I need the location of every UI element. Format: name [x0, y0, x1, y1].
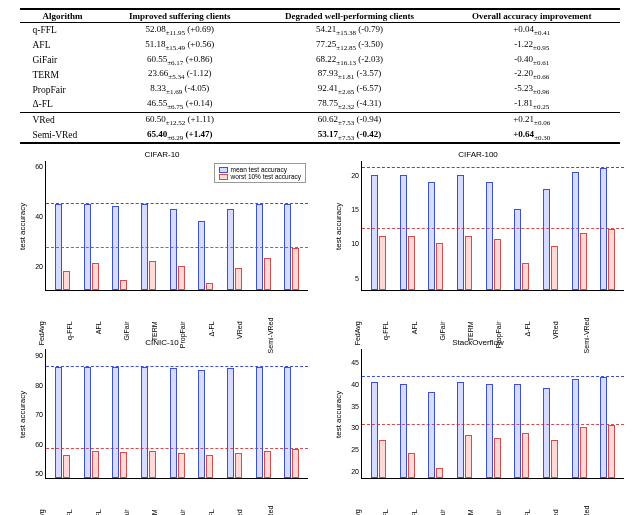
legend-label-worst: worst 10% test accuracy	[231, 173, 301, 180]
chart-title: CIFAR-100	[332, 150, 624, 159]
chart-cifar-10: CIFAR-10 test accuracy 204060 mean test …	[16, 150, 308, 336]
table-cell: 23.66±5.34 (-1.12)	[104, 67, 255, 82]
bar-group	[536, 161, 565, 290]
bar-group	[249, 349, 278, 478]
bar-group	[105, 349, 134, 478]
bar-group	[220, 349, 249, 478]
ytick-label: 5	[355, 275, 359, 282]
legend-swatch-mean	[219, 167, 228, 173]
bar-worst	[206, 455, 213, 478]
bar-worst	[522, 433, 529, 478]
bar-worst	[551, 440, 558, 479]
bar-mean	[84, 367, 91, 478]
ylabel: test accuracy	[332, 349, 343, 479]
table-cell: 51.18±15.49 (+0.56)	[104, 38, 255, 53]
table-cell: 8.33±1.69 (-4.05)	[104, 82, 255, 97]
bar-worst	[235, 268, 242, 290]
bar-worst	[379, 236, 386, 290]
bar-group	[593, 349, 622, 478]
bar-mean	[428, 392, 435, 478]
bar-group	[48, 161, 77, 290]
bar-worst	[436, 243, 443, 291]
ytick-label: 20	[35, 263, 43, 270]
col-overall: Overall accuracy improvement	[444, 9, 620, 23]
ylabel: test accuracy	[332, 161, 343, 291]
bar-group	[277, 349, 306, 478]
ytick-label: 20	[351, 468, 359, 475]
bar-mean	[198, 370, 205, 478]
xtick-label: Semi-VRed	[584, 506, 629, 515]
bar-worst	[465, 236, 472, 290]
bar-group	[536, 349, 565, 478]
table-cell: +0.64±0.30	[444, 128, 620, 144]
bar-mean	[400, 384, 407, 479]
plot-area	[361, 349, 624, 479]
bar-mean	[256, 367, 263, 478]
table-row: Δ-FL46.55±6.75 (+0.14)78.75±2.32 (-4.31)…	[20, 97, 619, 112]
bar-worst	[149, 451, 156, 479]
bar-worst	[120, 280, 127, 290]
chart-title: StackOverflow	[332, 338, 624, 347]
bar-group	[421, 161, 450, 290]
ytick-label: 90	[35, 352, 43, 359]
table-cell: 52.08±11.95 (+0.69)	[104, 23, 255, 38]
ytick-label: 40	[351, 381, 359, 388]
bar-group	[134, 161, 163, 290]
bar-worst	[551, 246, 558, 290]
bar-group	[450, 349, 479, 478]
bar-worst	[608, 229, 615, 290]
bar-mean	[543, 388, 550, 478]
bar-worst	[522, 263, 529, 290]
bar-mean	[600, 168, 607, 290]
bar-mean	[284, 367, 291, 478]
bar-group	[77, 349, 106, 478]
bar-group	[479, 349, 508, 478]
bar-mean	[170, 368, 177, 478]
results-table: Algorithm Improved suffering clients Deg…	[20, 8, 619, 144]
bar-mean	[84, 204, 91, 291]
bar-mean	[371, 175, 378, 290]
table-cell: +0.04±0.41	[444, 23, 620, 38]
alg-name: q-FFL	[20, 23, 104, 38]
bar-mean	[141, 204, 148, 291]
bar-mean	[227, 368, 234, 478]
table-row: GiFair60.55±6.17 (+0.86)68.22±16.13 (-2.…	[20, 53, 619, 68]
table-cell: 92.41±2.65 (-6.57)	[255, 82, 444, 97]
ylabel: test accuracy	[16, 161, 27, 291]
chart-cinic-10: CINIC-10 test accuracy 5060708090	[16, 338, 308, 515]
bar-worst	[494, 438, 501, 479]
bar-worst	[608, 425, 615, 479]
plot-area: mean test accuracy worst 10% test accura…	[45, 161, 308, 291]
alg-name: PropFair	[20, 82, 104, 97]
bar-group	[191, 349, 220, 478]
bar-group	[450, 161, 479, 290]
alg-name: Semi-VRed	[20, 128, 104, 144]
bar-mean	[572, 172, 579, 291]
bar-mean	[543, 189, 550, 291]
ytick-label: 30	[351, 424, 359, 431]
bar-group	[364, 349, 393, 478]
bar-worst	[235, 453, 242, 478]
bar-group	[364, 161, 393, 290]
bar-mean	[486, 384, 493, 479]
ytick-label: 60	[35, 441, 43, 448]
bar-worst	[63, 455, 70, 478]
bar-mean	[428, 182, 435, 291]
ytick-label: 40	[35, 213, 43, 220]
plot-area	[361, 161, 624, 291]
bar-group	[421, 349, 450, 478]
bar-group	[565, 349, 594, 478]
bar-group	[593, 161, 622, 290]
ytick-label: 50	[35, 470, 43, 477]
chart-title: CIFAR-10	[16, 150, 308, 159]
bar-worst	[264, 451, 271, 479]
chart-legend: mean test accuracy worst 10% test accura…	[214, 163, 306, 183]
bar-group	[393, 161, 422, 290]
chart-cifar-100: CIFAR-100 test accuracy 5101520	[332, 150, 624, 336]
bar-worst	[178, 266, 185, 291]
bar-group	[393, 349, 422, 478]
col-improved: Improved suffering clients	[104, 9, 255, 23]
bar-mean	[198, 221, 205, 290]
table-cell: -1.81±0.25	[444, 97, 620, 112]
bar-mean	[284, 204, 291, 291]
